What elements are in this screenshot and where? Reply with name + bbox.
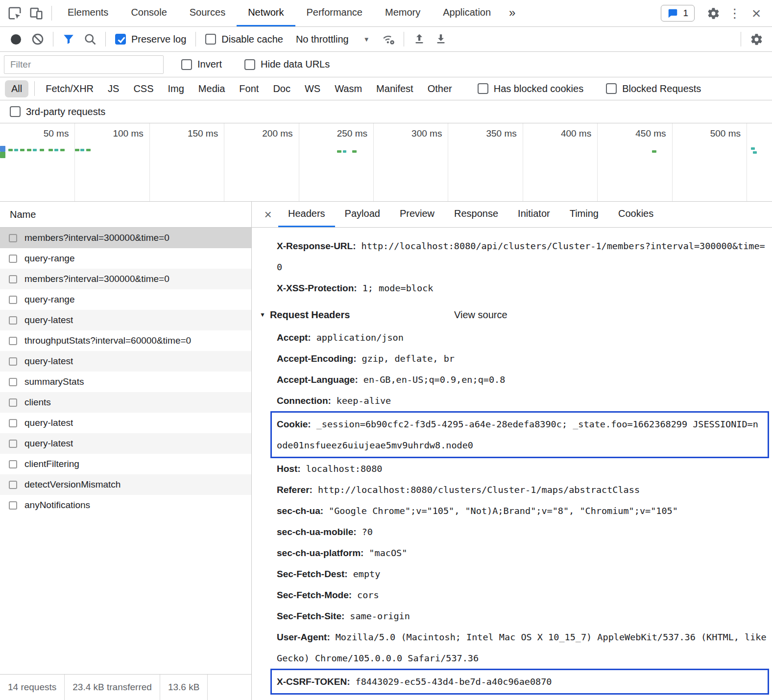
request-row[interactable]: detectVersionMismatch xyxy=(0,474,251,495)
tab-memory[interactable]: Memory xyxy=(374,0,432,26)
request-row[interactable]: query-range xyxy=(0,289,251,310)
console-messages-badge[interactable]: 1 xyxy=(661,5,695,22)
request-checkbox[interactable] xyxy=(9,481,17,489)
more-options-icon[interactable]: ⋮ xyxy=(724,2,746,24)
tab-sources[interactable]: Sources xyxy=(178,0,237,26)
request-checkbox[interactable] xyxy=(9,501,17,510)
request-checkbox[interactable] xyxy=(9,419,17,427)
disable-cache-checkbox[interactable]: Disable cache xyxy=(200,34,288,45)
request-checkbox[interactable] xyxy=(9,255,17,263)
request-checkbox[interactable] xyxy=(9,234,17,242)
request-row[interactable]: anyNotifications xyxy=(0,495,251,515)
settings-gear-icon[interactable] xyxy=(702,2,724,24)
resources-size: 13.6 kB xyxy=(160,675,208,700)
timeline-label: 350 ms xyxy=(486,128,516,139)
header-value: cors xyxy=(357,590,379,600)
header-value: ?0 xyxy=(362,527,373,537)
request-row[interactable]: members?interval=300000&time=0 xyxy=(0,228,251,248)
third-party-requests-checkbox[interactable]: 3rd-party requests xyxy=(5,106,110,117)
header-line: X-Response-URL:http://localhost:8080/api… xyxy=(252,235,772,278)
filter-funnel-icon[interactable] xyxy=(58,28,79,50)
type-filter-js[interactable]: JS xyxy=(101,80,125,97)
collapse-triangle-icon[interactable]: ▼ xyxy=(260,304,265,326)
type-filter-wasm[interactable]: Wasm xyxy=(328,80,368,97)
name-column-header[interactable]: Name xyxy=(0,202,251,228)
header-name: Connection: xyxy=(277,396,331,406)
header-name: sec-ch-ua-platform: xyxy=(277,548,363,558)
more-panels-chevron[interactable]: » xyxy=(502,0,522,26)
status-bar: 14 requests 23.4 kB transferred 13.6 kB xyxy=(0,674,251,700)
request-row[interactable]: query-latest xyxy=(0,433,251,454)
detail-tab-cookies[interactable]: Cookies xyxy=(608,202,663,227)
tab-network[interactable]: Network xyxy=(237,0,295,26)
throttling-select[interactable]: No throttling ▼ xyxy=(288,34,378,45)
timeline-label: 450 ms xyxy=(635,128,666,139)
hide-data-urls-checkbox[interactable]: Hide data URLs xyxy=(240,59,335,70)
network-settings-gear-icon[interactable] xyxy=(746,28,767,50)
tab-application[interactable]: Application xyxy=(432,0,502,26)
request-row[interactable]: query-latest xyxy=(0,310,251,330)
request-row[interactable]: throughputStats?interval=60000&time=0 xyxy=(0,330,251,351)
tab-elements[interactable]: Elements xyxy=(56,0,120,26)
request-checkbox[interactable] xyxy=(9,398,17,407)
inspect-element-icon[interactable] xyxy=(4,2,25,24)
request-checkbox[interactable] xyxy=(9,316,17,325)
request-checkbox[interactable] xyxy=(9,357,17,366)
type-filter-font[interactable]: Font xyxy=(233,80,265,97)
invert-checkbox[interactable]: Invert xyxy=(176,59,227,70)
type-filter-manifest[interactable]: Manifest xyxy=(370,80,420,97)
type-filter-all[interactable]: All xyxy=(5,80,28,97)
type-filter-ws[interactable]: WS xyxy=(298,80,327,97)
request-checkbox[interactable] xyxy=(9,440,17,448)
timeline-gridline xyxy=(373,123,374,201)
detail-tabs: HeadersPayloadPreviewResponseInitiatorTi… xyxy=(278,202,663,227)
type-filter-img[interactable]: Img xyxy=(162,80,191,97)
detail-tab-preview[interactable]: Preview xyxy=(390,202,444,227)
network-overview-timeline[interactable]: 50 ms100 ms150 ms200 ms250 ms300 ms350 m… xyxy=(0,123,772,202)
view-source-link[interactable]: View source xyxy=(454,304,507,326)
detail-tab-headers[interactable]: Headers xyxy=(278,202,335,227)
tab-performance[interactable]: Performance xyxy=(295,0,374,26)
request-checkbox[interactable] xyxy=(9,378,17,386)
type-filter-fetch-xhr[interactable]: Fetch/XHR xyxy=(39,80,100,97)
request-tick xyxy=(343,150,346,153)
detail-tab-timing[interactable]: Timing xyxy=(560,202,608,227)
detail-tab-initiator[interactable]: Initiator xyxy=(508,202,560,227)
type-filter-other[interactable]: Other xyxy=(421,80,458,97)
record-network-log-icon[interactable] xyxy=(11,34,21,45)
import-har-icon[interactable] xyxy=(409,28,430,50)
type-filter-doc[interactable]: Doc xyxy=(266,80,297,97)
clear-network-log-icon[interactable] xyxy=(27,28,48,50)
request-row[interactable]: query-latest xyxy=(0,413,251,433)
chevron-down-icon: ▼ xyxy=(363,36,370,43)
request-checkbox[interactable] xyxy=(9,296,17,304)
has-blocked-cookies-checkbox[interactable]: Has blocked cookies xyxy=(473,83,588,94)
network-conditions-icon[interactable] xyxy=(378,28,399,50)
divider xyxy=(51,6,52,21)
request-row[interactable]: query-range xyxy=(0,248,251,269)
export-har-icon[interactable] xyxy=(430,28,452,50)
request-row[interactable]: members?interval=300000&time=0 xyxy=(0,269,251,289)
blocked-requests-checkbox[interactable]: Blocked Requests xyxy=(601,83,706,94)
request-row[interactable]: summaryStats xyxy=(0,372,251,392)
close-detail-icon[interactable]: × xyxy=(258,207,278,222)
detail-tab-payload[interactable]: Payload xyxy=(335,202,390,227)
request-row[interactable]: clientFiltering xyxy=(0,454,251,474)
tab-console[interactable]: Console xyxy=(120,0,178,26)
header-value: same-origin xyxy=(350,611,410,621)
request-row[interactable]: clients xyxy=(0,392,251,413)
device-toolbar-icon[interactable] xyxy=(25,2,47,24)
close-devtools-icon[interactable]: × xyxy=(746,2,767,24)
search-icon[interactable] xyxy=(79,28,101,50)
timeline-gridline xyxy=(224,123,224,201)
request-row[interactable]: query-latest xyxy=(0,351,251,372)
filter-input[interactable] xyxy=(4,55,164,74)
detail-tab-response[interactable]: Response xyxy=(444,202,508,227)
request-checkbox[interactable] xyxy=(9,337,17,345)
request-checkbox[interactable] xyxy=(9,275,17,283)
request-checkbox[interactable] xyxy=(9,460,17,468)
preserve-log-checkbox[interactable]: Preserve log xyxy=(110,34,191,45)
network-main-area: Name members?interval=300000&time=0query… xyxy=(0,202,772,700)
type-filter-css[interactable]: CSS xyxy=(127,80,160,97)
type-filter-media[interactable]: Media xyxy=(192,80,231,97)
